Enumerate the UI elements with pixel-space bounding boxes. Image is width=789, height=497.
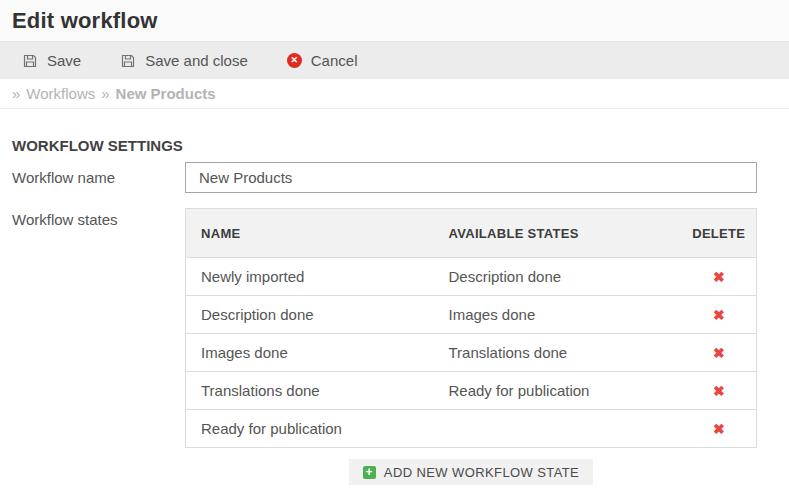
delete-cell: ✖: [682, 258, 757, 296]
column-header-name: NAME: [186, 209, 434, 258]
cancel-icon: ✕: [287, 53, 302, 68]
state-name-cell: Images done: [186, 334, 434, 372]
delete-cell: ✖: [682, 296, 757, 334]
delete-icon[interactable]: ✖: [713, 307, 725, 323]
add-workflow-state-button[interactable]: + ADD NEW WORKFLOW STATE: [349, 459, 593, 485]
state-name-cell: Translations done: [186, 372, 434, 410]
workflow-name-row: Workflow name: [12, 162, 777, 193]
available-states-cell: Translations done: [434, 334, 682, 372]
available-states-cell: Ready for publication: [434, 372, 682, 410]
workflow-states-table: NAME AVAILABLE STATES DELETE Newly impor…: [185, 208, 757, 448]
section-title: WORKFLOW SETTINGS: [12, 137, 777, 154]
table-header-row: NAME AVAILABLE STATES DELETE: [186, 209, 757, 258]
workflow-states-label: Workflow states: [12, 208, 185, 228]
available-states-cell: Images done: [434, 296, 682, 334]
save-and-close-button[interactable]: Save and close: [120, 52, 248, 69]
workflow-state-row: Translations done Ready for publication …: [186, 372, 757, 410]
toolbar: Save Save and close ✕ Cancel: [0, 42, 789, 79]
page-title: Edit workflow: [12, 8, 158, 34]
workflow-name-label: Workflow name: [12, 169, 185, 186]
column-header-available-states: AVAILABLE STATES: [434, 209, 682, 258]
breadcrumb-separator: »: [12, 85, 20, 102]
save-button-label: Save: [47, 52, 81, 69]
content-area: WORKFLOW SETTINGS Workflow name Workflow…: [0, 109, 789, 485]
state-name-cell: Ready for publication: [186, 410, 434, 448]
cancel-button[interactable]: ✕ Cancel: [287, 52, 358, 69]
plus-icon: +: [363, 466, 376, 479]
breadcrumb-separator: »: [101, 85, 109, 102]
available-states-cell: [434, 410, 682, 448]
save-icon: [22, 53, 38, 69]
delete-cell: ✖: [682, 410, 757, 448]
workflow-state-row: Images done Translations done ✖: [186, 334, 757, 372]
edit-workflow-page: Edit workflow Save Save and close: [0, 0, 789, 485]
workflow-name-input[interactable]: [185, 162, 757, 193]
state-name-cell: Description done: [186, 296, 434, 334]
add-workflow-state-label: ADD NEW WORKFLOW STATE: [384, 465, 579, 480]
delete-icon[interactable]: ✖: [713, 269, 725, 285]
workflow-states-row: Workflow states NAME AVAILABLE STATES DE…: [12, 208, 777, 485]
delete-icon[interactable]: ✖: [713, 421, 725, 437]
workflow-state-row: Description done Images done ✖: [186, 296, 757, 334]
save-button[interactable]: Save: [22, 52, 81, 69]
cancel-button-label: Cancel: [311, 52, 358, 69]
workflow-states-body: Newly imported Description done ✖ Descri…: [186, 258, 757, 448]
breadcrumb-current-item: New Products: [116, 85, 216, 102]
state-name-cell: Newly imported: [186, 258, 434, 296]
delete-cell: ✖: [682, 372, 757, 410]
delete-icon[interactable]: ✖: [713, 345, 725, 361]
breadcrumb: » Workflows » New Products: [0, 79, 789, 109]
available-states-cell: Description done: [434, 258, 682, 296]
workflow-state-row: Newly imported Description done ✖: [186, 258, 757, 296]
page-header: Edit workflow: [0, 0, 789, 42]
save-icon: [120, 53, 136, 69]
breadcrumb-workflows-link[interactable]: Workflows: [26, 85, 95, 102]
column-header-delete: DELETE: [682, 209, 757, 258]
delete-icon[interactable]: ✖: [713, 383, 725, 399]
workflow-state-row: Ready for publication ✖: [186, 410, 757, 448]
workflow-states-column: NAME AVAILABLE STATES DELETE Newly impor…: [185, 208, 757, 485]
save-and-close-button-label: Save and close: [145, 52, 248, 69]
delete-cell: ✖: [682, 334, 757, 372]
